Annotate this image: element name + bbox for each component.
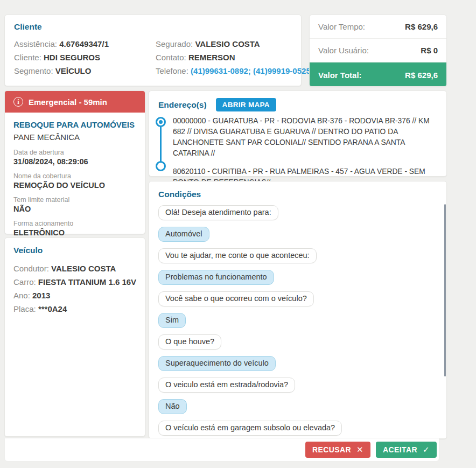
reject-button[interactable]: RECUSAR ✕ <box>305 442 370 458</box>
chat-bubble-answer: Problemas no funcionamento <box>158 270 274 285</box>
client-card: Cliente Assistência: 4.67649347/1 Client… <box>4 15 302 86</box>
destination-point-icon <box>156 161 166 171</box>
conditions-title: Condições <box>158 190 437 199</box>
plate-field: Placa: ***0A24 <box>13 302 136 316</box>
accept-button[interactable]: ACEITAR ✓ <box>376 442 437 458</box>
value-time-amount: R$ 629,6 <box>405 22 438 31</box>
value-user-amount: R$ 0 <box>421 46 438 55</box>
origin-address: 00000000 - GUARATUBA - PR - RODOVIA BR-3… <box>173 116 437 159</box>
client-fields: Assistência: 4.67649347/1 Cliente: HDI S… <box>14 37 292 78</box>
emergency-title: Emergencial - 59min <box>29 97 107 107</box>
values-card: Valor Tempo: R$ 629,6 Valor Usuário: R$ … <box>309 15 447 87</box>
driver-field: Condutor: VALESIO COSTA <box>13 262 136 275</box>
car-field: Carro: FIESTA TITANIUM 1.6 16V <box>13 275 136 289</box>
opening-date-field: Data de abertura 31/08/2024, 08:29:06 <box>13 149 136 166</box>
chat-bubble-question: Você sabe o que ocorreu com o veículo? <box>158 291 314 306</box>
service-name: REBOQUE PARA AUTOMÓVEIS <box>13 120 136 129</box>
origin-point-icon <box>156 117 166 127</box>
vehicle-card-title: Veículo <box>13 246 136 255</box>
segment-field: Segmento: VEÍCULO <box>14 66 156 75</box>
assistance-field: Assistência: 4.67649347/1 <box>14 39 156 48</box>
chat-bubble-question: Vou te ajudar, me conte o que aconteceu: <box>158 248 317 263</box>
phone-field: Telefone: (41)99631-0892; (41)99919-0525 <box>156 66 311 75</box>
coverage-name-field: Nome da cobertura REMOÇÃO DO VEÍCULO <box>13 172 136 190</box>
chat-bubble-answer: Não <box>158 399 187 414</box>
client-card-title: Cliente <box>14 22 292 32</box>
value-total-amount: R$ 629,6 <box>405 71 438 80</box>
contact-field: Contato: REMERSON <box>156 53 311 62</box>
activation-type-field: Forma acionamento ELETRÔNICO <box>13 220 136 237</box>
material-limit-field: Tem limite material NÃO <box>13 196 136 213</box>
chat-bubble-question: Olá! Deseja atendimento para: <box>158 205 278 220</box>
chat-bubble-question: O veículo está em garagem subsolo ou ele… <box>158 421 342 436</box>
value-time-row: Valor Tempo: R$ 629,6 <box>310 15 446 39</box>
phone-numbers-link[interactable]: (41)99631-0892; (41)99919-0525 <box>191 66 311 75</box>
chat-scrollbar-thumb[interactable] <box>444 204 446 376</box>
service-problem: PANE MECÂNICA <box>13 132 136 142</box>
value-user-row: Valor Usuário: R$ 0 <box>310 39 446 62</box>
addresses-card: Endereço(s) ABRIR MAPA 00000000 - GUARAT… <box>149 90 447 177</box>
check-icon: ✓ <box>423 445 430 455</box>
service-card: i Emergencial - 59min REBOQUE PARA AUTOM… <box>4 90 145 234</box>
chat-bubble-question: O que houve? <box>158 334 221 350</box>
client-field: Cliente: HDI SEGUROS <box>14 53 156 62</box>
chat-bubble-question: O veiculo está em estrada/rodovia? <box>158 378 295 393</box>
open-map-button[interactable]: ABRIR MAPA <box>216 98 276 111</box>
close-icon: ✕ <box>356 445 363 455</box>
chat-bubble-answer: Sim <box>158 313 186 328</box>
value-total-row: Valor Total: R$ 629,6 <box>310 62 446 87</box>
chat-bubble-answer: Superaquecimento do veículo <box>158 356 276 371</box>
chat-messages: Olá! Deseja atendimento para: Automóvel … <box>158 205 437 439</box>
vehicle-card: Veículo Condutor: VALESIO COSTA Carro: F… <box>4 238 145 437</box>
info-icon: i <box>13 97 23 107</box>
action-footer: RECUSAR ✕ ACEITAR ✓ <box>4 438 439 462</box>
insured-field: Segurado: VALESIO COSTA <box>156 39 311 48</box>
addresses-title: Endereço(s) <box>158 100 207 110</box>
route-timeline-line <box>160 122 162 166</box>
chat-bubble-answer: Automóvel <box>158 227 209 242</box>
emergency-header: i Emergencial - 59min <box>5 91 145 113</box>
year-field: Ano: 2013 <box>13 289 136 302</box>
conditions-card: Condições Olá! Deseja atendimento para: … <box>149 181 447 439</box>
